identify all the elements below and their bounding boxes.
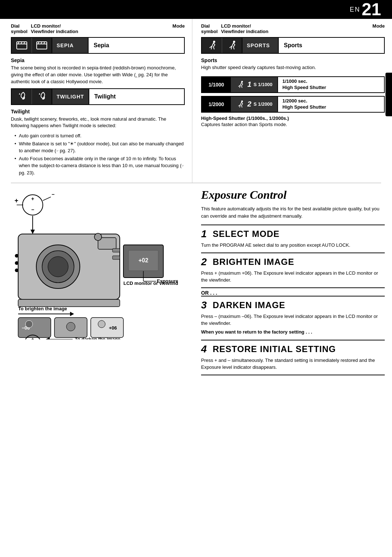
step-2-heading: 2 Brighten Image <box>201 256 385 268</box>
sports-label-box: SPORTS <box>242 38 279 53</box>
shutter-2000-row: 1/2000 2 S 1/2000 1/2000 sec. High Speed… <box>201 96 385 113</box>
left-column: Dialsymbol LCD monitor/Viewfinder indica… <box>0 19 192 183</box>
svg-marker-44 <box>70 312 74 316</box>
svg-point-28 <box>94 233 102 241</box>
camera-diagram-wrap: + − + − <box>11 187 185 339</box>
right-mode-label: Mode <box>363 23 385 34</box>
shutter-1000-icon-num: 1 <box>247 80 251 89</box>
svg-text:+: + <box>15 197 19 204</box>
factory-note: When you want to return to the factory s… <box>201 329 385 335</box>
high-speed-desc: Captures faster action than Sports mode. <box>201 122 385 127</box>
svg-rect-30 <box>113 256 120 259</box>
twilight-mode-row: TWILIGHT Twilight <box>11 88 185 105</box>
or-label: OR . . . <box>201 290 217 296</box>
twilight-bullet-list: Auto gain control is turned off. White B… <box>15 132 185 176</box>
exposure-control-desc: This feature automatically adjusts the i… <box>201 205 385 219</box>
high-speed-title: High-Speed Shutter (1/1000s., 1/2000s.) <box>201 116 385 121</box>
sepia-upper-label: SEPIA <box>57 43 74 48</box>
right-dial-symbol-label: Dialsymbol <box>201 23 221 34</box>
twilight-lcd-icon-svg <box>36 91 48 102</box>
svg-text:To brighten the image: To brighten the image <box>18 306 67 311</box>
svg-text:+: + <box>31 196 34 202</box>
twilight-description: Dusk, twilight scenery, fireworks, etc.,… <box>11 116 185 130</box>
sports-lcd-icon-svg <box>226 40 238 51</box>
right-lcd-monitor-label: LCD monitor/Viewfinder indication <box>221 23 363 34</box>
right-col-header: Dialsymbol LCD monitor/Viewfinder indica… <box>201 23 385 34</box>
step-4-number: 4 <box>201 343 209 355</box>
svg-text:−: − <box>52 191 54 197</box>
twilight-bullet-1: Auto gain control is turned off. <box>15 132 185 140</box>
twilight-bullet-3: Auto Focus becomes available only in the… <box>15 155 185 177</box>
twilight-dial-icon <box>12 89 32 104</box>
shutter-1000-icon-box: 1 S 1/1000 <box>231 77 278 92</box>
step-3-block: 3 Darken Image Press – (maximum –06). Th… <box>201 296 385 340</box>
or-divider: OR . . . <box>201 287 385 296</box>
bottom-section: + − + − <box>0 183 392 386</box>
sepia-lcd-icon-svg <box>36 40 48 51</box>
sepia-icon <box>16 40 28 51</box>
shutter-2000-speed: 1/2000 <box>202 97 231 112</box>
svg-line-19 <box>43 197 51 201</box>
shutter-1000-icon <box>236 80 245 89</box>
mode-label: Mode <box>163 23 185 34</box>
svg-text:Exposure Level Indicator: Exposure Level Indicator <box>157 278 178 284</box>
shutter-2000-icon <box>236 100 245 109</box>
twilight-lcd-icon <box>32 89 52 104</box>
step-4-title: Restore Initial Setting <box>213 344 336 354</box>
bottom-right: Exposure Control This feature automatica… <box>192 183 392 379</box>
twilight-icon <box>16 91 28 102</box>
step-1-body: Turn the PROGRAM AE select dial to any p… <box>201 242 385 249</box>
shutter-2000-line2: High Speed Shutter <box>282 104 326 110</box>
shutter-1000-row: 1/1000 1 S 1/1000 1/1000 sec. High Speed… <box>201 76 385 93</box>
sports-mode-name: Sports <box>279 38 307 53</box>
sports-mode-row: SPORTS Sports <box>201 37 385 54</box>
twilight-mode-name: Twilight <box>89 89 121 104</box>
en-label: EN <box>350 6 360 13</box>
step-3-heading: 3 Darken Image <box>201 299 385 311</box>
exposure-control-title: Exposure Control <box>201 188 385 202</box>
shutter-2000-icon-box: 2 S 1/2000 <box>231 97 278 112</box>
shutter-1000-label: 1/1000 sec. High Speed Shutter <box>278 77 331 92</box>
step-1-title: Select Mode <box>213 229 279 239</box>
step-4-block: 4 Restore Initial Setting Press + and – … <box>201 340 385 375</box>
twilight-title: Twilight <box>11 109 185 114</box>
sports-icon <box>206 40 218 51</box>
svg-point-49 <box>66 322 75 331</box>
shutter-2000-icon-num: 2 <box>247 100 251 108</box>
svg-point-32 <box>15 261 19 265</box>
sepia-dial-icon <box>12 38 32 53</box>
sports-lcd-icon <box>222 38 242 53</box>
twilight-label-box: TWILIGHT <box>52 89 89 104</box>
svg-text:To darken the image: To darken the image <box>75 336 120 339</box>
step-2-body: Press + (maximum +06). The Exposure leve… <box>201 270 385 284</box>
lcd-monitor-label: LCD monitor/Viewfinder indication <box>31 23 163 34</box>
step-1-heading: 1 Select Mode <box>201 228 385 240</box>
shutter-2000-icon-label: S 1/2000 <box>254 101 273 107</box>
sepia-description: The scene being shot is recorded in sepi… <box>11 65 185 85</box>
step-3-number: 3 <box>201 299 209 311</box>
shutter-2000-label: 1/2000 sec. High Speed Shutter <box>278 97 331 112</box>
bottom-left: + − + − <box>0 183 192 379</box>
svg-point-47 <box>25 320 33 328</box>
svg-text:+06: +06 <box>109 325 117 331</box>
sepia-mode-name: Sepia <box>89 38 114 53</box>
sports-title: Sports <box>201 57 385 63</box>
sports-upper-label: SPORTS <box>247 43 270 48</box>
step-1-number: 1 <box>201 228 209 240</box>
step-1-block: 1 Select Mode Turn the PROGRAM AE select… <box>201 225 385 253</box>
sepia-lcd-icon <box>32 38 52 53</box>
svg-point-52 <box>98 320 105 328</box>
svg-rect-29 <box>113 249 120 252</box>
sepia-label-box: SEPIA <box>52 38 89 53</box>
sepia-title: Sepia <box>11 57 185 63</box>
right-column: Dialsymbol LCD monitor/Viewfinder indica… <box>192 19 392 183</box>
step-2-block: 2 Brighten Image Press + (maximum +06). … <box>201 253 385 287</box>
svg-point-31 <box>15 254 19 258</box>
svg-text:−: − <box>31 207 34 213</box>
step-4-body: Press + and – simultaneously. The standa… <box>201 357 385 371</box>
svg-point-26 <box>48 257 68 277</box>
shutter-1000-line1: 1/1000 sec. <box>282 78 326 85</box>
sports-dial-icon <box>202 38 222 53</box>
shutter-1000-icon-label: S 1/1000 <box>254 82 273 87</box>
dial-symbol-label: Dialsymbol <box>11 23 31 34</box>
